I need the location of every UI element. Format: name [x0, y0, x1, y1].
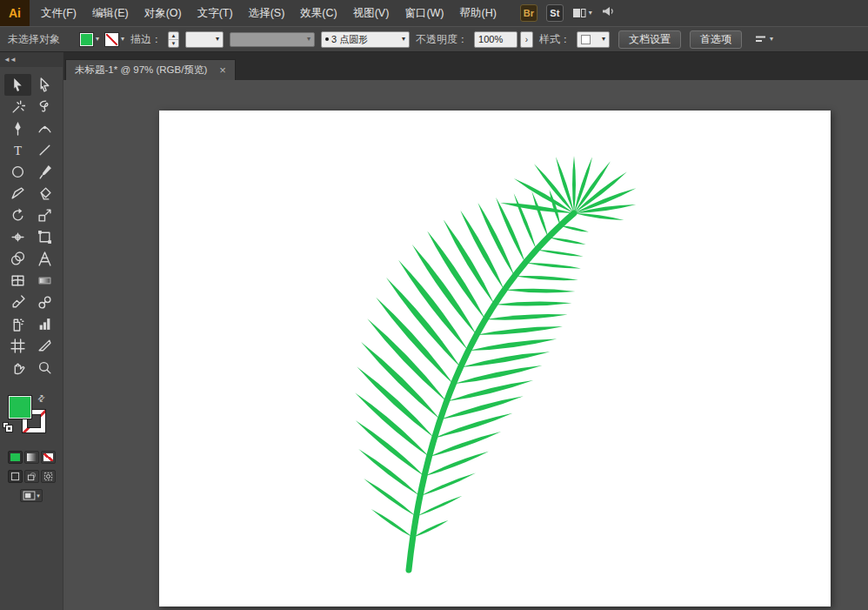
- tool-lasso[interactable]: [31, 96, 58, 117]
- tool-eyedropper[interactable]: [4, 292, 31, 313]
- stepper-up-icon[interactable]: ▲: [169, 32, 178, 39]
- menu-effect[interactable]: 效果(C): [292, 0, 344, 26]
- tool-symbol-sprayer[interactable]: [4, 313, 31, 335]
- menu-edit[interactable]: 编辑(E): [84, 0, 137, 26]
- tool-hand[interactable]: [4, 357, 31, 379]
- menu-view[interactable]: 视图(V): [345, 0, 397, 26]
- stock-button[interactable]: St: [546, 4, 564, 22]
- gradient-mode-button[interactable]: [24, 451, 39, 464]
- artboard[interactable]: [159, 111, 831, 607]
- document-tab[interactable]: 未标题-1* @ 97% (RGB/预览) ×: [65, 59, 236, 80]
- tool-mesh[interactable]: [4, 270, 31, 292]
- palm-leaf-artwork[interactable]: [159, 111, 831, 607]
- collapse-arrows-icon: ◄◄: [3, 56, 16, 64]
- opacity-label: 不透明度：: [416, 32, 468, 47]
- tool-type[interactable]: T: [4, 139, 31, 161]
- svg-text:T: T: [14, 144, 22, 158]
- chevron-down-icon: ▾: [402, 36, 405, 43]
- tool-curvature[interactable]: [31, 117, 58, 139]
- workspace-icon: [572, 7, 586, 19]
- brush-definition-dropdown[interactable]: 3 点圆形 ▾: [321, 31, 410, 48]
- width-profile-dropdown[interactable]: ▾: [230, 32, 315, 47]
- document-tab-bar: 未标题-1* @ 97% (RGB/预览) ×: [63, 52, 868, 80]
- style-chip: [581, 35, 591, 44]
- tool-rotate[interactable]: [4, 204, 31, 226]
- style-dropdown[interactable]: ▾: [577, 31, 610, 48]
- color-mode-button[interactable]: [8, 451, 23, 464]
- chevron-down-icon: ▾: [121, 36, 124, 43]
- stroke-color-picker[interactable]: ▾: [105, 33, 124, 46]
- tool-perspective-grid[interactable]: [31, 248, 58, 270]
- menu-object[interactable]: 对象(O): [137, 0, 190, 26]
- tool-blend[interactable]: [31, 292, 58, 313]
- stroke-weight-combo[interactable]: ▾: [185, 31, 224, 48]
- draw-behind-button[interactable]: [24, 470, 39, 483]
- tool-direct-selection[interactable]: [31, 74, 58, 96]
- draw-normal-button[interactable]: [8, 470, 23, 483]
- document-setup-button[interactable]: 文档设置: [618, 30, 681, 49]
- tool-shape-builder[interactable]: [4, 248, 31, 270]
- tools-panel: ◄◄ T ⇄: [0, 52, 63, 610]
- screen-mode-button[interactable]: ▾: [20, 489, 43, 502]
- default-colors-icon[interactable]: [3, 422, 13, 432]
- tool-artboard[interactable]: [4, 335, 31, 357]
- menu-type[interactable]: 文字(T): [190, 0, 241, 26]
- align-dropdown[interactable]: ▾: [755, 34, 773, 44]
- menu-file[interactable]: 文件(F): [33, 0, 84, 26]
- chevron-down-icon: ▾: [602, 36, 605, 43]
- draw-inside-button[interactable]: [41, 470, 56, 483]
- tool-free-transform[interactable]: [31, 226, 58, 248]
- illustrator-window: Ai 文件(F)编辑(E)对象(O)文字(T)选择(S)效果(C)视图(V)窗口…: [0, 0, 868, 610]
- tool-paintbrush[interactable]: [31, 161, 58, 183]
- fill-well[interactable]: [9, 396, 31, 419]
- preferences-button[interactable]: 首选项: [690, 30, 742, 49]
- fill-swatch: [80, 33, 93, 46]
- chevron-down-icon: ▾: [37, 493, 40, 499]
- fill-color-picker[interactable]: ▾: [80, 33, 99, 46]
- paint-mode-row: [0, 451, 63, 464]
- appbar-tools: Br St ▾: [520, 0, 615, 26]
- main-menu: 文件(F)编辑(E)对象(O)文字(T)选择(S)效果(C)视图(V)窗口(W)…: [33, 0, 504, 26]
- style-label: 样式：: [539, 32, 571, 47]
- swap-fill-stroke-icon[interactable]: ⇄: [35, 392, 47, 405]
- tool-scale[interactable]: [31, 204, 58, 226]
- app-logo[interactable]: Ai: [0, 0, 30, 26]
- tool-magic-wand[interactable]: [4, 96, 31, 117]
- canvas-area[interactable]: [63, 80, 868, 610]
- tool-pen[interactable]: [4, 117, 31, 139]
- tool-shaper[interactable]: [4, 183, 31, 204]
- chevron-down-icon: ▾: [216, 36, 219, 43]
- tool-column-graph[interactable]: [31, 313, 58, 335]
- default-stroke-chip: [6, 426, 12, 432]
- announcement-icon[interactable]: [601, 5, 615, 21]
- bridge-button[interactable]: Br: [520, 4, 537, 22]
- menu-select[interactable]: 选择(S): [241, 0, 293, 26]
- tool-selection[interactable]: [4, 74, 31, 96]
- tool-width[interactable]: [4, 226, 31, 248]
- opacity-flyout-button[interactable]: ›: [520, 31, 533, 48]
- screen-mode-row: ▾: [0, 489, 63, 502]
- stepper-down-icon[interactable]: ▼: [169, 39, 178, 47]
- tool-eraser[interactable]: [31, 183, 58, 204]
- close-icon[interactable]: ×: [219, 64, 226, 77]
- tool-gradient[interactable]: [31, 270, 58, 292]
- workspace-switcher[interactable]: ▾: [572, 7, 592, 19]
- chevron-down-icon: ▾: [96, 36, 99, 43]
- brush-dot-icon: [325, 37, 329, 41]
- chevron-down-icon: ▾: [307, 36, 310, 43]
- panel-collapse-button[interactable]: ◄◄: [0, 52, 63, 67]
- menu-window[interactable]: 窗口(W): [397, 0, 451, 26]
- tool-zoom[interactable]: [31, 357, 58, 379]
- none-mode-button[interactable]: [41, 451, 56, 464]
- tool-slice[interactable]: [31, 335, 58, 357]
- stroke-weight-label: 描边：: [130, 32, 162, 47]
- color-chip-icon: [10, 453, 20, 461]
- stroke-weight-stepper[interactable]: ▲ ▼: [168, 31, 179, 48]
- control-bar: 未选择对象 ▾ ▾ 描边： ▲ ▼ ▾ ▾ 3 点圆形 ▾ 不透明度： 100%: [0, 26, 868, 52]
- chevron-down-icon: ▾: [770, 36, 773, 43]
- chevron-down-icon: ▾: [589, 10, 592, 17]
- opacity-combo[interactable]: 100%: [474, 31, 517, 48]
- tool-ellipse[interactable]: [4, 161, 31, 183]
- menu-help[interactable]: 帮助(H): [452, 0, 504, 26]
- tool-line-segment[interactable]: [31, 139, 58, 161]
